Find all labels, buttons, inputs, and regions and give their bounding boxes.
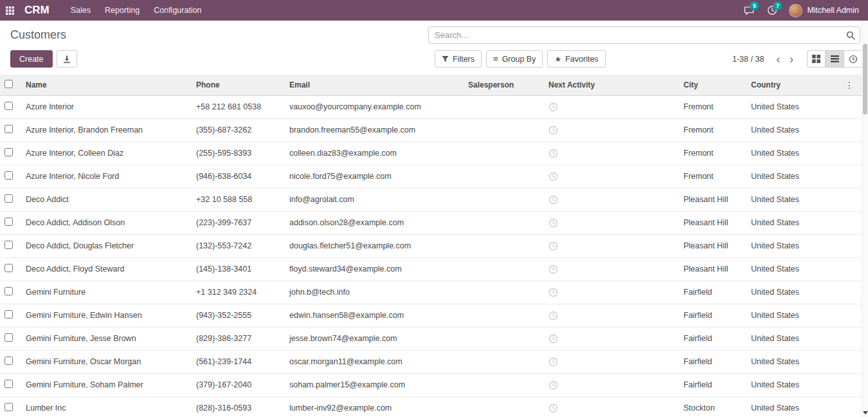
cell-email: brandon.freeman55@example.com [283, 118, 462, 142]
row-select-cell [0, 234, 19, 257]
row-checkbox[interactable] [5, 287, 13, 295]
activities-button[interactable]: 7 [761, 0, 784, 21]
cell-next-activity[interactable] [542, 211, 677, 234]
select-all-checkbox[interactable] [5, 80, 13, 88]
vertical-scrollbar[interactable] [862, 21, 868, 417]
cell-city: Fremont [677, 165, 745, 188]
menu-sales[interactable]: Sales [64, 0, 98, 21]
cell-next-activity[interactable] [542, 188, 677, 211]
scrollbar-thumb[interactable] [863, 44, 867, 115]
cell-next-activity[interactable] [542, 373, 677, 396]
cell-next-activity[interactable] [542, 142, 677, 165]
table-row[interactable]: Gemini Furniture, Jesse Brown (829)-386-… [0, 327, 862, 350]
cell-next-activity[interactable] [542, 257, 677, 281]
row-checkbox[interactable] [5, 241, 13, 249]
table-row[interactable]: Azure Interior, Brandon Freeman (355)-68… [0, 118, 862, 142]
pager-counter[interactable]: 1-38 / 38 [732, 55, 764, 64]
cell-next-activity[interactable] [542, 350, 677, 373]
table-row[interactable]: Lumber Inc (828)-316-0593 lumber-inv92@e… [0, 396, 862, 417]
no-activity-clock-icon [548, 380, 558, 390]
favorites-button[interactable]: ★ Favorites [547, 50, 605, 68]
kanban-view-icon [812, 55, 820, 63]
cell-country: United States [745, 234, 815, 257]
create-button[interactable]: Create [10, 50, 53, 68]
group-by-label: Group By [502, 55, 536, 64]
table-row[interactable]: Gemini Furniture, Edwin Hansen (943)-352… [0, 304, 862, 327]
cell-name: Gemini Furniture, Jesse Brown [19, 327, 190, 350]
kanban-view-button[interactable] [807, 50, 826, 68]
cell-salesperson [462, 281, 542, 304]
no-activity-clock-icon [548, 125, 558, 135]
cell-next-activity[interactable] [542, 304, 677, 327]
table-row[interactable]: Gemini Furniture, Oscar Morgan (561)-239… [0, 350, 862, 373]
header-city[interactable]: City [677, 75, 745, 95]
row-checkbox[interactable] [5, 380, 13, 388]
search-icon [846, 31, 855, 40]
cell-next-activity[interactable] [542, 165, 677, 188]
header-name[interactable]: Name [19, 75, 190, 95]
row-select-cell [0, 350, 19, 373]
cell-name: Deco Addict, Floyd Steward [19, 257, 190, 281]
header-salesperson[interactable]: Salesperson [462, 75, 542, 95]
export-button[interactable] [57, 50, 77, 68]
list-view-button[interactable] [826, 50, 844, 68]
row-checkbox[interactable] [5, 357, 13, 365]
apps-menu-button[interactable] [0, 0, 19, 21]
filters-button[interactable]: Filters [435, 50, 482, 68]
cell-filler [815, 188, 862, 211]
pager-next-button[interactable]: › [785, 50, 798, 68]
table-row[interactable]: Deco Addict +32 10 588 558 info@agrolait… [0, 188, 862, 211]
row-checkbox[interactable] [5, 403, 13, 411]
row-checkbox[interactable] [5, 148, 13, 156]
table-row[interactable]: Azure Interior +58 212 681 0538 vauxoo@y… [0, 95, 862, 118]
messages-button[interactable]: 5 [737, 0, 761, 21]
header-next-activity[interactable]: Next Activity [542, 75, 677, 95]
cell-filler [815, 257, 862, 281]
control-panel-top: Customers [0, 21, 868, 49]
optional-columns-toggle[interactable]: ⋮ [844, 75, 855, 95]
no-activity-clock-icon [548, 149, 558, 158]
user-menu[interactable]: Mitchell Admin [784, 0, 864, 21]
cell-next-activity[interactable] [542, 396, 677, 417]
row-checkbox[interactable] [5, 102, 13, 110]
cell-next-activity[interactable] [542, 95, 677, 118]
header-email[interactable]: Email [283, 75, 462, 95]
activity-view-button[interactable] [844, 50, 863, 68]
row-checkbox[interactable] [5, 125, 13, 133]
cell-next-activity[interactable] [542, 281, 677, 304]
row-checkbox[interactable] [5, 171, 13, 180]
table-row[interactable]: Gemini Furniture, Soham Palmer (379)-167… [0, 373, 862, 396]
search-button[interactable] [844, 28, 858, 42]
cell-country: United States [745, 281, 815, 304]
cell-email: lumber-inv92@example.com [283, 396, 462, 417]
row-checkbox[interactable] [5, 310, 13, 319]
cell-city: Pleasant Hill [677, 257, 745, 281]
menu-reporting[interactable]: Reporting [98, 0, 147, 21]
header-country[interactable]: Country [745, 75, 815, 95]
filter-funnel-icon [442, 55, 449, 62]
cell-next-activity[interactable] [542, 118, 677, 142]
row-checkbox[interactable] [5, 218, 13, 226]
header-phone[interactable]: Phone [190, 75, 283, 95]
view-switcher [807, 50, 863, 68]
table-row[interactable]: Azure Interior, Nicole Ford (946)-638-60… [0, 165, 862, 188]
row-checkbox[interactable] [5, 333, 13, 342]
pager-previous-button[interactable]: ‹ [772, 50, 784, 68]
cell-city: Fairfield [677, 327, 745, 350]
table-row[interactable]: Deco Addict, Douglas Fletcher (132)-553-… [0, 234, 862, 257]
table-row[interactable]: Deco Addict, Addison Olson (223)-399-763… [0, 211, 862, 234]
cell-city: Pleasant Hill [677, 234, 745, 257]
table-row[interactable]: Deco Addict, Floyd Steward (145)-138-340… [0, 257, 862, 281]
table-row[interactable]: Gemini Furniture +1 312 349 2324 john.b@… [0, 281, 862, 304]
cell-next-activity[interactable] [542, 234, 677, 257]
row-checkbox[interactable] [5, 264, 13, 272]
scrollbar-down-arrow[interactable] [862, 409, 868, 416]
table-row[interactable]: Azure Interior, Colleen Diaz (255)-595-8… [0, 142, 862, 165]
search-input[interactable] [428, 26, 860, 44]
cell-phone: (255)-595-8393 [190, 142, 283, 165]
group-by-button[interactable]: ≡ Group By [486, 50, 543, 68]
menu-configuration[interactable]: Configuration [147, 0, 208, 21]
app-title[interactable]: CRM [24, 4, 50, 17]
row-checkbox[interactable] [5, 194, 13, 203]
cell-next-activity[interactable] [542, 327, 677, 350]
